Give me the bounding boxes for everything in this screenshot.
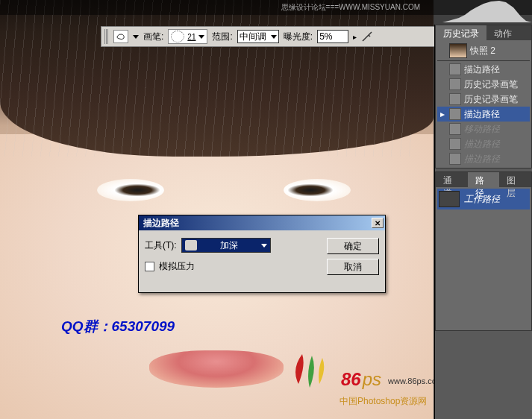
- tab-layers[interactable]: 图层: [499, 172, 531, 187]
- tab-history[interactable]: 历史记录: [436, 25, 486, 40]
- tab-actions[interactable]: 动作: [486, 25, 519, 40]
- options-bar: 画笔: 21 范围: 中间调 曝光度: 5% ▸: [101, 26, 436, 47]
- tool-value: 加深: [220, 239, 238, 252]
- chevron-down-icon: [261, 244, 267, 248]
- exposure-field[interactable]: 5%: [317, 30, 348, 43]
- canvas[interactable]: QQ群：65307099 86 ps www.86ps.com 中国Photos…: [0, 0, 434, 419]
- range-select[interactable]: 中间调: [237, 30, 279, 43]
- logo-url: www.86ps.com: [388, 377, 434, 385]
- grip-icon[interactable]: [104, 29, 109, 44]
- stroke-path-dialog: 描边路径 ✕ 工具(T): 加深 模拟压力 确定 取消: [138, 215, 386, 293]
- path-name: 工作路径: [464, 193, 500, 206]
- tab-paths[interactable]: 路径: [468, 172, 500, 187]
- history-step-icon: [449, 63, 461, 75]
- history-step-icon: [449, 93, 461, 105]
- logo-flame-icon: [284, 347, 336, 394]
- history-item-label: 描边路径: [464, 63, 500, 76]
- history-item-label: 描边路径: [464, 108, 500, 121]
- history-item-label: 移动路径: [464, 123, 500, 136]
- range-value: 中间调: [240, 31, 266, 43]
- cancel-button[interactable]: 取消: [327, 259, 379, 275]
- chevron-down-icon: [271, 35, 277, 39]
- history-item[interactable]: 移动路径: [437, 122, 530, 136]
- history-item[interactable]: ▸描边路径: [437, 107, 530, 122]
- brush-preview-icon: [171, 31, 184, 42]
- history-item[interactable]: 描边路径: [437, 136, 530, 151]
- path-thumb: [439, 191, 460, 207]
- history-item[interactable]: 历史记录画笔: [437, 77, 530, 92]
- ok-button[interactable]: 确定: [327, 238, 379, 254]
- brush-picker[interactable]: 21: [168, 29, 207, 44]
- close-button[interactable]: ✕: [372, 218, 384, 228]
- history-step-icon: [449, 123, 461, 135]
- history-item-label: 历史记录画笔: [464, 93, 518, 106]
- brush-label: 画笔:: [143, 31, 163, 43]
- history-item[interactable]: 描边路径: [437, 151, 530, 166]
- history-step-icon: [449, 153, 461, 165]
- snapshot-label: 快照 2: [470, 45, 495, 57]
- right-panels: 历史记录 动作 快照 2 描边路径历史记录画笔历史记录画笔▸描边路径移动路径描边…: [434, 25, 532, 419]
- burn-tool-icon[interactable]: [113, 30, 128, 43]
- tool-select[interactable]: 加深: [181, 238, 271, 253]
- burn-tool-icon: [185, 240, 197, 251]
- tab-channels[interactable]: 通道: [436, 172, 468, 187]
- brush-dropdown-icon: [198, 35, 204, 39]
- history-panel: 历史记录 动作 快照 2 描边路径历史记录画笔历史记录画笔▸描边路径移动路径描边…: [435, 25, 532, 168]
- brush-size: 21: [187, 33, 195, 41]
- snapshot-thumb: [449, 43, 467, 58]
- history-item[interactable]: 描边路径: [437, 62, 530, 77]
- exposure-slider-icon[interactable]: ▸: [353, 33, 357, 41]
- history-step-icon: [449, 138, 461, 150]
- range-label: 范围:: [212, 31, 232, 43]
- histogram: [442, 0, 532, 22]
- qq-watermark: QQ群：65307099: [61, 317, 175, 336]
- airbrush-icon[interactable]: [361, 31, 375, 42]
- snapshot-row[interactable]: 快照 2: [437, 42, 530, 60]
- path-guides: [0, 0, 411, 157]
- logo-86: 86: [341, 369, 361, 390]
- history-step-icon: [449, 78, 461, 90]
- tool-dropdown-icon[interactable]: [133, 35, 139, 39]
- logo-cn-text: 中国Photoshop资源网: [339, 395, 427, 408]
- history-item-label: 历史记录画笔: [464, 78, 518, 91]
- dialog-title: 描边路径: [143, 217, 179, 230]
- history-item-label: 描边路径: [464, 138, 500, 151]
- simulate-pressure-checkbox[interactable]: [145, 262, 154, 271]
- paths-panel: 通道 路径 图层 工作路径: [435, 171, 532, 331]
- history-item[interactable]: 历史记录画笔: [437, 92, 530, 107]
- dialog-titlebar[interactable]: 描边路径 ✕: [139, 215, 385, 230]
- simulate-pressure-label: 模拟压力: [159, 260, 195, 273]
- logo-ps: ps: [363, 369, 381, 390]
- exposure-label: 曝光度:: [284, 31, 313, 43]
- exposure-value: 5%: [319, 31, 332, 42]
- tool-label: 工具(T):: [145, 239, 177, 252]
- history-item-label: 描边路径: [464, 153, 500, 166]
- history-step-icon: [449, 108, 461, 120]
